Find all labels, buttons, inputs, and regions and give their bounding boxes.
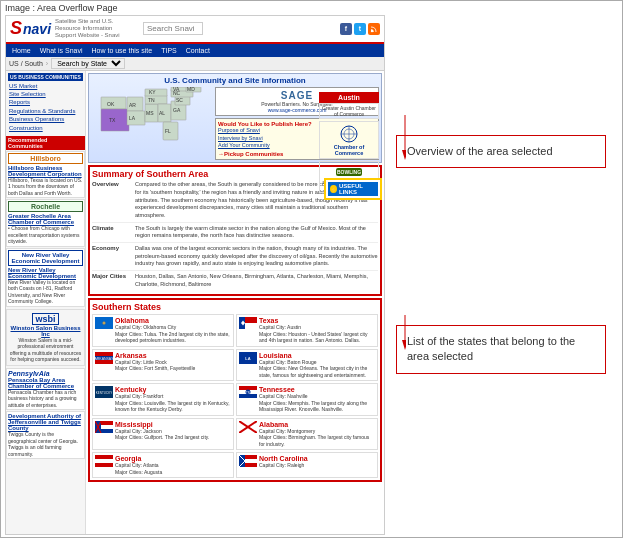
- rss-icon[interactable]: [368, 23, 380, 35]
- state-card-mississippi: Mississippi Capital City: JacksonMajor C…: [92, 418, 234, 451]
- texas-detail: Capital City: AustinMajor Cities: Housto…: [259, 324, 375, 344]
- svg-text:KY: KY: [149, 89, 156, 95]
- arkansas-name[interactable]: Arkansas: [115, 352, 231, 359]
- wsbi-logo: wsbi: [32, 313, 58, 325]
- us-map: OK TX AR LA: [91, 87, 211, 152]
- tennessee-detail: Capital City: NashvilleMajor Cities: Mem…: [259, 393, 375, 413]
- page-frame: Image : Area Overflow Page S navi Satell…: [0, 0, 623, 538]
- nav-what[interactable]: What is Snavi: [36, 45, 87, 56]
- summary-row-climate: Climate The South is largely the warm cl…: [92, 225, 378, 243]
- georgia-info: Georgia Capital City: AtlantaMajor Citie…: [115, 455, 231, 475]
- texas-name[interactable]: Texas: [259, 317, 375, 324]
- sidebar-business-section: US BUSINESS COMMUNITIES US Market Site S…: [6, 71, 85, 134]
- tennessee-name[interactable]: Tennessee: [259, 386, 375, 393]
- sub-nav: US / South › Search by State: [6, 57, 384, 71]
- louisiana-name[interactable]: Louisiana: [259, 352, 375, 359]
- sidebar-item-biz[interactable]: Business Operations: [8, 115, 83, 123]
- penn-name[interactable]: Pensacola Bay Area Chamber of Commerce: [8, 377, 83, 389]
- useful-links-title: ⚡ USEFUL LINKS: [328, 182, 378, 196]
- rochelle-desc: • Choose from Chicago with excellent tra…: [8, 225, 83, 245]
- svg-text:ARKANSAS: ARKANSAS: [95, 357, 113, 361]
- state-card-north-carolina: North Carolina Capital City: Raleigh: [236, 452, 378, 478]
- summary-label-economy: Economy: [92, 245, 132, 268]
- svg-text:AR: AR: [129, 102, 136, 108]
- search-input[interactable]: [143, 22, 203, 35]
- svg-rect-63: [95, 455, 113, 459]
- svg-text:VA: VA: [173, 87, 180, 92]
- screenshot-area: S navi Satellite Site and U.S. Resource …: [5, 15, 385, 535]
- mississippi-flag: [95, 421, 113, 433]
- state-card-georgia: Georgia Capital City: AtlantaMajor Citie…: [92, 452, 234, 478]
- summary-label-cities: Major Cities: [92, 273, 132, 288]
- svg-rect-39: [245, 317, 257, 323]
- nrv-name[interactable]: New River Valley Economic Development: [8, 267, 83, 279]
- sidebar-item-market[interactable]: US Market: [8, 82, 83, 90]
- site-header: S navi Satellite Site and U.S. Resource …: [6, 16, 384, 44]
- alabama-info: Alabama Capital City: MontgomeryMajor Ci…: [259, 421, 375, 448]
- mississippi-name[interactable]: Mississippi: [115, 421, 231, 428]
- sidebar: US BUSINESS COMMUNITIES US Market Site S…: [6, 71, 86, 535]
- useful-links: ⚡ USEFUL LINKS: [324, 178, 382, 200]
- sidebar-item-site[interactable]: Site Selection: [8, 90, 83, 98]
- nrv-desc: New River Valley is located on both Coas…: [8, 279, 83, 305]
- sidebar-item-regs[interactable]: Regulations & Standards: [8, 107, 83, 115]
- nrv-logo: New River Valley Economic Development: [8, 250, 83, 266]
- svg-marker-74: [402, 340, 406, 350]
- page-label: Image : Area Overflow Page: [5, 3, 118, 13]
- georgia-detail: Capital City: AtlantaMajor Cities: Augus…: [115, 462, 231, 475]
- nav-home[interactable]: Home: [8, 45, 35, 56]
- nav-tips[interactable]: TIPS: [157, 45, 181, 56]
- arkansas-flag: ARKANSAS: [95, 352, 113, 364]
- twitter-icon[interactable]: t: [354, 23, 366, 35]
- state-select[interactable]: Search by State: [51, 58, 125, 69]
- oklahoma-flag: [95, 317, 113, 329]
- kentucky-info: Kentucky Capital City: FrankfortMajor Ci…: [115, 386, 231, 413]
- svg-text:LA: LA: [129, 115, 136, 121]
- rochelle-name[interactable]: Greater Rochelle Area Chamber of Commerc…: [8, 213, 83, 225]
- louisiana-detail: Capital City: Baton RougeMajor Cities: N…: [259, 359, 375, 379]
- useful-links-box: ⚡ USEFUL LINKS: [324, 176, 382, 200]
- annotation-box-overview: Overview of the area selected: [396, 135, 606, 168]
- nav-contact[interactable]: Contact: [182, 45, 214, 56]
- alabama-name[interactable]: Alabama: [259, 421, 375, 428]
- annotation-area: Overview of the area selected List of th…: [391, 15, 620, 535]
- arkansas-info: Arkansas Capital City: Little RockMajor …: [115, 352, 231, 379]
- mississippi-info: Mississippi Capital City: JacksonMajor C…: [115, 421, 231, 448]
- states-title: Southern States: [92, 302, 378, 312]
- chamber-box: Chamber of Commerce: [319, 121, 379, 159]
- georgia-name[interactable]: Georgia: [115, 455, 231, 462]
- facebook-icon[interactable]: f: [340, 23, 352, 35]
- svg-rect-70: [245, 459, 257, 463]
- annotation-text-overview: Overview of the area selected: [407, 145, 553, 157]
- wsbi-name[interactable]: Winston Salon Business Inc: [9, 325, 82, 337]
- state-card-alabama: Alabama Capital City: MontgomeryMajor Ci…: [236, 418, 378, 451]
- hillsboro-logo: Hillsboro: [8, 153, 83, 164]
- oklahoma-info: Oklahoma Capital City: Oklahoma CityMajo…: [115, 317, 231, 344]
- svg-text:TN: TN: [148, 97, 155, 103]
- svg-rect-67: [239, 455, 245, 467]
- sidebar-item-construction[interactable]: Construction: [8, 124, 83, 132]
- state-card-oklahoma: Oklahoma Capital City: Oklahoma CityMajo…: [92, 314, 234, 347]
- nav-bar: Home What is Snavi How to use this site …: [6, 44, 384, 57]
- da-name[interactable]: Development Authority of Jeffersonville …: [8, 413, 83, 431]
- nav-how[interactable]: How to use this site: [87, 45, 156, 56]
- annotation-text-states: List of the states that belong to the ar…: [407, 335, 575, 362]
- svg-text:KENTUCKY: KENTUCKY: [96, 391, 112, 395]
- useful-icon: ⚡: [330, 185, 337, 193]
- north-carolina-name[interactable]: North Carolina: [259, 455, 375, 462]
- svg-text:BOWLING: BOWLING: [337, 169, 361, 175]
- oklahoma-name[interactable]: Oklahoma: [115, 317, 231, 324]
- svg-text:OK: OK: [107, 101, 115, 107]
- sidebar-item-reports[interactable]: Reports: [8, 98, 83, 106]
- north-carolina-flag: [239, 455, 257, 467]
- state-card-tennessee: TN Tennessee Capital City: NashvilleMajo…: [236, 383, 378, 416]
- kentucky-name[interactable]: Kentucky: [115, 386, 231, 393]
- georgia-flag: [95, 455, 113, 467]
- logo[interactable]: S navi: [10, 18, 51, 39]
- hillsboro-name[interactable]: Hillsboro Business Development Corporati…: [8, 165, 83, 177]
- svg-text:LA: LA: [245, 356, 250, 361]
- community-title: U.S. Community and Site Information: [91, 76, 379, 85]
- north-carolina-detail: Capital City: Raleigh: [259, 462, 375, 469]
- oklahoma-detail: Capital City: Oklahoma CityMajor Cities:…: [115, 324, 231, 344]
- org-card-hillsboro: Hillsboro Hillsboro Business Development…: [6, 151, 85, 199]
